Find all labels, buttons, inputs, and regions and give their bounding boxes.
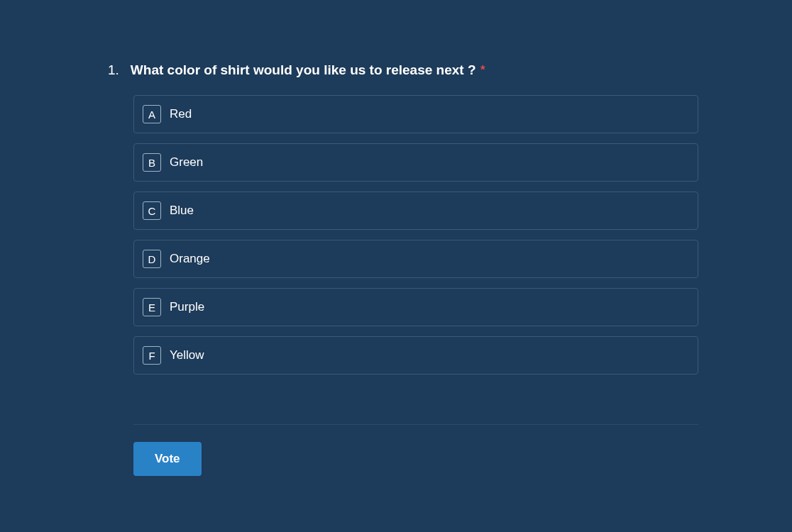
option-a[interactable]: A Red (133, 95, 698, 133)
question-text: What color of shirt would you like us to… (131, 62, 476, 77)
option-f[interactable]: F Yellow (133, 336, 698, 375)
option-label: Red (170, 107, 192, 121)
option-key: D (143, 250, 161, 268)
option-label: Green (170, 155, 203, 170)
option-label: Yellow (170, 348, 204, 362)
option-key: E (143, 298, 161, 316)
option-key: A (143, 105, 161, 123)
option-d[interactable]: D Orange (133, 240, 698, 278)
option-c[interactable]: C Blue (133, 192, 698, 230)
option-key: C (143, 201, 161, 220)
option-key: F (143, 346, 161, 365)
footer: Vote (0, 442, 792, 476)
question-number: 1. (108, 61, 119, 79)
option-b[interactable]: B Green (133, 143, 698, 182)
required-mark: * (480, 63, 485, 77)
question-text-wrapper: What color of shirt would you like us to… (131, 61, 485, 79)
option-label: Orange (170, 252, 210, 266)
option-e[interactable]: E Purple (133, 288, 698, 326)
option-key: B (143, 153, 161, 172)
question-header: 1. What color of shirt would you like us… (0, 61, 792, 79)
option-label: Blue (170, 204, 194, 218)
option-label: Purple (170, 300, 204, 314)
divider (133, 424, 698, 425)
poll-page: 1. What color of shirt would you like us… (0, 0, 792, 532)
vote-button[interactable]: Vote (133, 442, 202, 476)
options-list: A Red B Green C Blue D Orange E Purple F… (0, 95, 792, 375)
